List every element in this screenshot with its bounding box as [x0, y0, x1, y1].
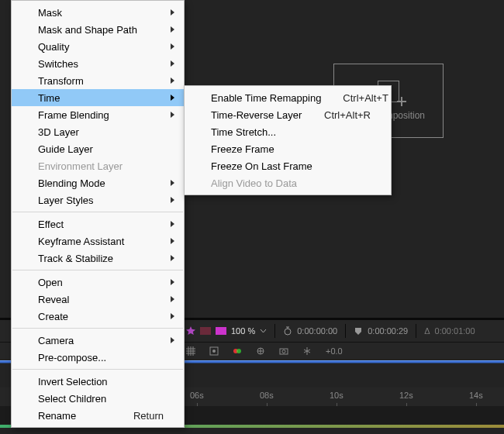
menu-item-blending-mode[interactable]: Blending Mode	[12, 174, 184, 191]
snapshot-icon[interactable]	[279, 346, 288, 356]
menu-item-frame-blending[interactable]: Frame Blending	[12, 106, 184, 123]
mask-toggle-icon[interactable]	[209, 346, 219, 356]
delta-label: Δ	[424, 326, 430, 336]
menu-item-create[interactable]: Create	[12, 308, 184, 325]
menu-item-label: Open	[38, 277, 164, 288]
menu-item-label: Mask	[38, 7, 164, 19]
color-swatch[interactable]	[200, 327, 211, 335]
menu-item-label: Keyframe Assistant	[38, 236, 164, 247]
menu-item-label: Camera	[38, 335, 164, 346]
menu-item-rename[interactable]: RenameReturn	[12, 407, 184, 424]
star-icon[interactable]	[186, 326, 195, 336]
timecode-delta: 0:00:01:00	[435, 326, 475, 336]
menu-item-reveal[interactable]: Reveal	[12, 291, 184, 308]
menu-separator	[12, 369, 183, 370]
channels-icon[interactable]	[233, 346, 242, 356]
menu-item-camera[interactable]: Camera	[12, 332, 184, 349]
layer-context-menu: MaskMask and Shape PathQualitySwitchesTr…	[11, 0, 185, 428]
menu-item-shortcut: Return	[133, 410, 164, 422]
menu-item-quality[interactable]: Quality	[12, 38, 184, 55]
menu-item-label: Blending Mode	[38, 177, 164, 189]
menu-item-track-stabilize[interactable]: Track & Stabilize	[12, 250, 184, 267]
menu-item-layer-styles[interactable]: Layer Styles	[12, 191, 184, 208]
menu-item-label: Invert Selection	[38, 376, 164, 388]
menu-item-label: 3D Layer	[38, 126, 164, 138]
menu-item-label: Rename	[38, 410, 112, 422]
ruler-tick: 12s	[399, 391, 413, 400]
menu-item-label: Layer Styles	[38, 195, 164, 206]
menu-item-pre-compose[interactable]: Pre-compose...	[12, 349, 184, 366]
color-swatch[interactable]	[216, 327, 226, 335]
exposure-value[interactable]: +0.0	[326, 346, 343, 356]
menu-item-label: Effect	[38, 219, 164, 230]
menu-item-label: Select Children	[38, 393, 164, 405]
ruler-tick: 08s	[260, 391, 274, 400]
ruler-tick: 06s	[190, 391, 204, 400]
menu-item-label: Quality	[38, 41, 164, 53]
menu-item-shortcut: Ctrl+Alt+T	[343, 92, 388, 104]
menu-item-select-children[interactable]: Select Children	[12, 390, 184, 407]
submenu-item-time-stretch[interactable]: Time Stretch...	[185, 123, 391, 140]
playhead-icon[interactable]	[354, 326, 363, 336]
menu-item-label: Environment Layer	[38, 160, 164, 172]
stopwatch-icon[interactable]	[283, 326, 292, 336]
timecode-start: 0:00:00:00	[297, 326, 337, 336]
menu-item-label: Freeze Frame	[211, 143, 371, 155]
ruler-tick: 14s	[469, 391, 483, 400]
menu-item-transform[interactable]: Transform	[12, 72, 184, 89]
adjust-icon[interactable]	[302, 346, 312, 356]
menu-item-keyframe-assistant[interactable]: Keyframe Assistant	[12, 232, 184, 250]
svg-point-2	[212, 350, 216, 353]
menu-item-label: Align Video to Data	[211, 177, 371, 189]
menu-item-effect[interactable]: Effect	[12, 215, 184, 232]
dropdown-caret-icon[interactable]	[260, 328, 267, 335]
menu-separator	[12, 328, 183, 329]
svg-point-0	[285, 329, 291, 335]
menu-item-open[interactable]: Open	[12, 274, 184, 291]
menu-item-environment-layer: Environment Layer	[12, 157, 184, 174]
menu-separator	[12, 212, 183, 212]
zoom-percent[interactable]: 100 %	[231, 326, 255, 336]
submenu-item-time-reverse-layer[interactable]: Time-Reverse LayerCtrl+Alt+R	[185, 106, 391, 123]
menu-item-label: Pre-compose...	[38, 352, 164, 363]
menu-item-mask-and-shape-path[interactable]: Mask and Shape Path	[12, 21, 184, 38]
submenu-item-freeze-on-last-frame[interactable]: Freeze On Last Frame	[185, 157, 391, 174]
submenu-item-enable-time-remapping[interactable]: Enable Time RemappingCtrl+Alt+T	[185, 89, 391, 106]
submenu-item-freeze-frame[interactable]: Freeze Frame	[185, 140, 391, 157]
exposure-icon[interactable]	[256, 346, 265, 356]
menu-item-shortcut: Ctrl+Alt+R	[324, 109, 371, 121]
menu-item-label: Track & Stabilize	[38, 253, 164, 264]
menu-item-label: Enable Time Remapping	[211, 92, 321, 104]
menu-item-label: Freeze On Last Frame	[211, 160, 371, 172]
menu-item-label: Time	[38, 92, 164, 104]
menu-item-label: Switches	[38, 58, 164, 70]
menu-item-label: Mask and Shape Path	[38, 24, 164, 36]
menu-item-label: Transform	[38, 75, 164, 87]
time-submenu: Enable Time RemappingCtrl+Alt+TTime-Reve…	[184, 85, 392, 195]
menu-item-label: Time Stretch...	[211, 126, 371, 138]
menu-item-time[interactable]: Time	[12, 89, 184, 106]
menu-item-switches[interactable]: Switches	[12, 55, 184, 72]
grid-icon[interactable]	[186, 346, 195, 356]
timecode-pos[interactable]: 0:00:00:29	[368, 326, 408, 336]
menu-item-guide-layer[interactable]: Guide Layer	[12, 140, 184, 157]
menu-item-label: Guide Layer	[38, 143, 164, 155]
menu-item-label: Reveal	[38, 294, 164, 305]
submenu-item-align-video-to-data: Align Video to Data	[185, 174, 391, 191]
menu-item-label: Time-Reverse Layer	[211, 109, 302, 121]
menu-item-label: Frame Blending	[38, 109, 164, 121]
menu-item-label: Create	[38, 311, 164, 322]
ruler-tick: 10s	[330, 391, 343, 400]
menu-item-mask[interactable]: Mask	[12, 4, 184, 21]
menu-separator	[12, 270, 183, 270]
menu-item-3d-layer[interactable]: 3D Layer	[12, 123, 184, 140]
svg-point-4	[236, 349, 241, 353]
menu-item-invert-selection[interactable]: Invert Selection	[12, 373, 184, 390]
svg-point-7	[282, 350, 285, 353]
